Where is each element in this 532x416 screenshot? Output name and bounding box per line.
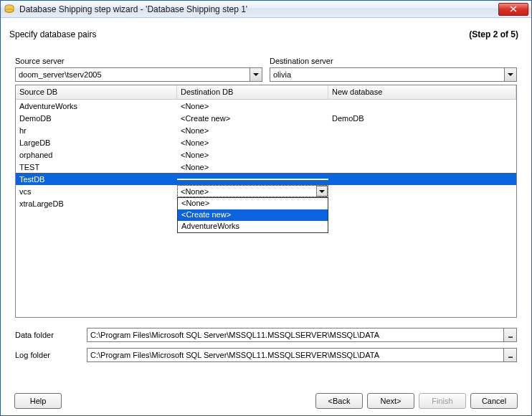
cell-source: orphaned xyxy=(16,150,177,160)
step-indicator: (Step 2 of 5) xyxy=(469,29,518,39)
destination-dropdown[interactable]: <None><Create new>AdventureWorks xyxy=(177,197,328,233)
destination-server-combo[interactable]: olivia xyxy=(270,67,517,82)
cell-newdb xyxy=(328,130,516,131)
cell-newdb xyxy=(328,203,516,204)
next-button[interactable]: Next> xyxy=(367,393,414,409)
column-header-source[interactable]: Source DB xyxy=(16,85,177,99)
cell-source: AdventureWorks xyxy=(16,101,177,111)
cell-source: hr xyxy=(16,126,177,136)
table-row[interactable]: AdventureWorks<None> xyxy=(16,100,516,112)
cell-source: vcs xyxy=(16,186,177,197)
cell-newdb xyxy=(328,142,516,143)
cell-newdb xyxy=(328,166,516,168)
table-row[interactable]: DemoDB<Create new>DemoDB xyxy=(16,112,516,124)
source-server-dropdown-button[interactable] xyxy=(250,68,262,81)
destination-cell-editor[interactable]: <None> xyxy=(177,185,328,197)
cell-source: xtraLargeDB xyxy=(16,199,177,209)
cancel-button[interactable]: Cancel xyxy=(470,393,518,409)
table-row[interactable]: TestDB xyxy=(16,173,516,185)
finish-button: Finish xyxy=(419,393,466,409)
button-bar: Help <Back Next> Finish Cancel xyxy=(0,393,532,409)
window-title: Database Shipping step wizard - 'Databas… xyxy=(19,4,498,14)
cell-destination[interactable]: <None> xyxy=(177,126,328,136)
table-row[interactable]: hr<None> xyxy=(16,124,516,136)
cell-source: TEST xyxy=(16,162,177,172)
data-folder-value: C:\Program Files\Microsoft SQL Server\MS… xyxy=(87,331,503,339)
cell-destination[interactable] xyxy=(177,179,328,180)
close-icon xyxy=(510,6,517,12)
log-folder-browse-button[interactable]: ... xyxy=(503,349,516,361)
destination-server-dropdown-button[interactable] xyxy=(504,68,516,81)
cell-source: DemoDB xyxy=(16,113,177,123)
back-button[interactable]: <Back xyxy=(315,393,363,409)
source-server-value: doom_server\tserv2005 xyxy=(16,70,250,79)
cell-newdb xyxy=(328,179,516,180)
log-folder-input[interactable]: C:\Program Files\Microsoft SQL Server\MS… xyxy=(87,348,517,362)
dropdown-option[interactable]: <None> xyxy=(178,198,328,209)
cell-source: LargeDB xyxy=(16,138,177,148)
data-folder-label: Data folder xyxy=(15,331,87,339)
source-server-label: Source server xyxy=(15,57,262,65)
dropdown-option[interactable]: <Create new> xyxy=(178,209,328,221)
cell-source: TestDB xyxy=(16,174,177,184)
cell-destination[interactable]: <Create new> xyxy=(177,113,328,123)
app-icon xyxy=(4,4,15,15)
page-instruction: Specify database pairs xyxy=(9,29,96,39)
source-server-combo[interactable]: doom_server\tserv2005 xyxy=(15,67,262,82)
cell-newdb xyxy=(328,154,516,156)
cell-newdb: DemoDB xyxy=(328,113,516,123)
destination-server-value: olivia xyxy=(270,70,504,79)
log-folder-label: Log folder xyxy=(15,351,87,359)
chevron-down-icon xyxy=(253,73,259,76)
table-row[interactable]: TEST<None> xyxy=(16,161,516,173)
cell-newdb xyxy=(328,191,516,192)
chevron-down-icon xyxy=(508,73,513,76)
column-header-newdb[interactable]: New database xyxy=(328,85,516,99)
cell-destination[interactable]: <None> xyxy=(177,138,328,148)
dropdown-option[interactable]: AdventureWorks xyxy=(178,221,328,232)
cell-destination[interactable]: <None> xyxy=(177,150,328,160)
cell-newdb xyxy=(328,105,516,107)
data-folder-input[interactable]: C:\Program Files\Microsoft SQL Server\MS… xyxy=(87,328,517,342)
help-button[interactable]: Help xyxy=(14,393,62,409)
table-row[interactable]: orphaned<None> xyxy=(16,148,516,161)
destination-server-label: Destination server xyxy=(270,57,517,65)
column-header-destination[interactable]: Destination DB xyxy=(177,85,328,99)
cell-destination[interactable]: <None> xyxy=(177,162,328,172)
cell-destination[interactable]: <None> xyxy=(177,101,328,111)
database-pairs-grid[interactable]: Source DB Destination DB New database Ad… xyxy=(15,85,517,318)
grid-header: Source DB Destination DB New database xyxy=(16,85,516,100)
data-folder-browse-button[interactable]: ... xyxy=(503,328,516,341)
log-folder-value: C:\Program Files\Microsoft SQL Server\MS… xyxy=(87,351,503,359)
close-button[interactable] xyxy=(498,3,528,16)
table-row[interactable]: LargeDB<None> xyxy=(16,136,516,148)
chevron-down-icon xyxy=(319,190,325,193)
destination-cell-value: <None> xyxy=(178,187,316,196)
destination-cell-dropdown-button[interactable] xyxy=(316,186,328,197)
titlebar: Database Shipping step wizard - 'Databas… xyxy=(1,1,531,18)
